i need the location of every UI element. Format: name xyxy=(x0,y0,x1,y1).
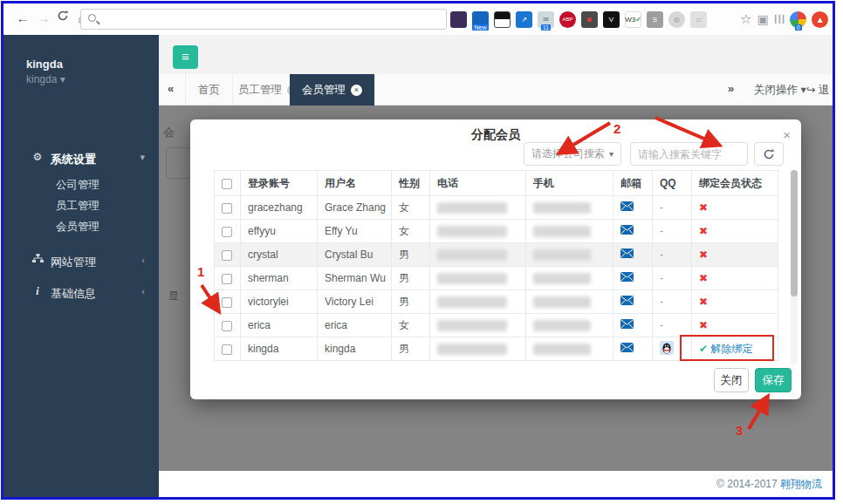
refresh-button[interactable] xyxy=(754,142,784,166)
row-checkbox[interactable] xyxy=(222,321,232,331)
email-icon[interactable] xyxy=(620,201,634,214)
back-icon[interactable]: ← xyxy=(14,10,31,25)
sex-cell: 女 xyxy=(392,220,430,243)
col-login: 登录账号 xyxy=(241,171,318,196)
col-sex: 性别 xyxy=(392,171,430,196)
unbound-cross-icon: ✖ xyxy=(699,201,708,214)
mobile-redacted xyxy=(533,320,591,331)
camera-extension-icon[interactable] xyxy=(581,11,598,28)
email-icon[interactable] xyxy=(620,296,634,308)
phone-redacted xyxy=(437,226,507,237)
chevron-left-icon: ‹ xyxy=(141,255,145,265)
sidebar-item-system-settings[interactable]: ⚙ 系统设置 ▾ xyxy=(3,146,159,170)
row-checkbox[interactable] xyxy=(222,227,232,237)
table-row: kingdakingda男✔ 解除绑定 xyxy=(215,337,778,361)
email-icon[interactable] xyxy=(620,225,634,237)
sidebar-item-website-management[interactable]: 网站管理 ‹ xyxy=(3,249,159,273)
member-table-rows: gracezhangGrace Zhang女-✖effyyuEffy Yu女-✖… xyxy=(215,196,778,361)
v-extension-icon[interactable]: V xyxy=(603,11,620,28)
sex-cell: 男 xyxy=(392,267,430,290)
email-icon[interactable] xyxy=(620,272,634,284)
save-button[interactable]: 保存 xyxy=(755,368,792,392)
extension-icons-row: New ↗ ✉11 ABP V W3✔ S ◍ ▱ ☆ ▣ ☰ 0 ▲ xyxy=(450,8,828,31)
sidebar-item-company-management[interactable]: 公司管理 xyxy=(56,178,99,193)
adblock-plus-extension-icon[interactable]: ABP xyxy=(559,11,576,28)
sidebar-item-member-management[interactable]: 会员管理 xyxy=(56,220,99,235)
caret-down-icon: ▾ xyxy=(800,84,805,96)
sidebar-item-label: 系统设置 xyxy=(51,152,96,167)
table-row: effyyuEffy Yu女-✖ xyxy=(215,220,778,243)
gear-icon: ⚙ xyxy=(31,151,44,163)
sex-cell: 男 xyxy=(392,243,430,267)
address-bar[interactable] xyxy=(80,9,447,30)
phone-redacted xyxy=(437,202,507,214)
col-email: 邮箱 xyxy=(613,171,653,196)
profile-extension-icon[interactable]: ▱ xyxy=(690,11,707,28)
browser-toolbar: ← → ⌂ New ↗ ✉11 ABP V W3✔ S ◍ ▱ ☆ ▣ ☰ 0 … xyxy=(3,3,833,35)
bookmark-star-icon[interactable]: ☆ xyxy=(740,11,751,27)
sidebar-item-employee-management[interactable]: 员工管理 xyxy=(56,199,99,214)
purple-reader-extension-icon[interactable] xyxy=(450,11,467,28)
mail-extension-icon[interactable]: ✉11 xyxy=(538,11,554,28)
phone-redacted xyxy=(437,273,507,284)
mobile-redacted xyxy=(533,273,591,284)
dialog-close-icon[interactable]: × xyxy=(783,127,791,142)
row-checkbox[interactable] xyxy=(222,203,232,214)
sex-cell: 男 xyxy=(392,290,430,314)
table-row: crystalCrystal Bu男-✖ xyxy=(215,243,778,267)
login-cell: crystal xyxy=(241,243,318,267)
select-all-checkbox[interactable] xyxy=(222,179,232,189)
close-operations-dropdown[interactable]: 关闭操作 ▾ xyxy=(754,74,806,106)
keyword-search-input[interactable] xyxy=(630,142,748,166)
launch-extension-icon[interactable]: ↗ xyxy=(516,11,532,28)
close-tab-icon[interactable]: × xyxy=(351,85,362,96)
email-icon[interactable] xyxy=(620,319,634,331)
globe-extension-icon[interactable]: ◍ xyxy=(668,11,685,28)
unbind-link[interactable]: 解除绑定 xyxy=(710,343,752,355)
covered-button-fragment xyxy=(166,147,192,179)
new-tab-extension-icon[interactable]: New xyxy=(472,11,489,28)
w3c-validator-extension-icon[interactable]: W3✔ xyxy=(625,11,641,28)
company-link[interactable]: 翱翔物流 xyxy=(780,478,822,490)
company-search-select[interactable]: 请选择公司搜索 ▾ xyxy=(524,142,621,166)
col-username: 用户名 xyxy=(318,171,392,196)
assign-member-dialog: 分配会员 × 请选择公司搜索 ▾ 登录账号 用户名 性别 电话 手机 xyxy=(190,119,801,399)
table-scrollbar[interactable] xyxy=(791,170,798,364)
login-cell: victorylei xyxy=(241,290,318,314)
col-mobile: 手机 xyxy=(526,171,613,196)
row-checkbox[interactable] xyxy=(222,274,232,284)
row-checkbox[interactable] xyxy=(222,344,232,355)
search-icon xyxy=(88,14,96,22)
login-cell: gracezhang xyxy=(241,196,318,220)
reload-icon[interactable] xyxy=(54,10,72,24)
email-icon[interactable] xyxy=(620,249,634,261)
covered-text-fragment: 显 xyxy=(168,289,179,303)
pinwheel-extension-icon[interactable]: 0 xyxy=(790,11,806,28)
sidebar-item-basic-info[interactable]: i 基础信息 ‹ xyxy=(3,281,159,304)
tabs-scroll-right-icon[interactable]: » xyxy=(728,82,734,95)
login-cell: erica xyxy=(241,314,318,337)
login-cell: kingda xyxy=(241,337,318,361)
page-frame-icon[interactable]: ▣ xyxy=(757,12,768,26)
unbound-cross-icon: ✖ xyxy=(699,225,708,237)
s-extension-icon[interactable]: S xyxy=(647,11,663,28)
row-checkbox[interactable] xyxy=(222,250,232,261)
login-cell: sherman xyxy=(241,267,318,290)
close-button[interactable]: 关闭 xyxy=(714,368,749,392)
sidebar-user-menu[interactable]: kingda ▾ xyxy=(26,73,65,85)
qq-icon[interactable] xyxy=(660,341,674,358)
copyright-text: © 2014-2017 xyxy=(716,478,780,490)
sidebar: kingda kingda ▾ ⚙ 系统设置 ▾ 公司管理 员工管理 会员管理 … xyxy=(3,35,159,497)
forward-icon[interactable]: → xyxy=(35,10,52,25)
scrollbar-thumb[interactable] xyxy=(791,170,798,296)
columns-icon[interactable]: ☰ xyxy=(772,14,786,25)
tabs-scroll-left-icon[interactable]: « xyxy=(168,82,174,95)
updater-extension-icon[interactable]: ▲ xyxy=(812,11,828,28)
logout-button[interactable]: ↪ 退出 xyxy=(806,74,833,106)
tab-strip: « 首页 员工管理× 会员管理× » 关闭操作 ▾ ↪ 退出 xyxy=(159,74,833,106)
sidebar-toggle-button[interactable]: ≡ xyxy=(173,45,198,69)
email-icon[interactable] xyxy=(620,343,634,355)
row-checkbox[interactable] xyxy=(222,297,232,308)
tab-member-management[interactable]: 会员管理× xyxy=(290,74,375,106)
split-extension-icon[interactable] xyxy=(494,11,511,28)
